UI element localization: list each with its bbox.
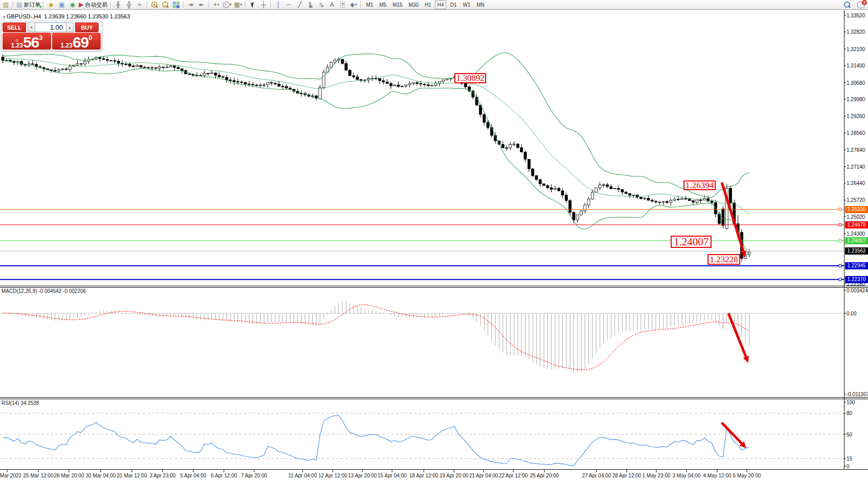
notifications-icon[interactable]: 1	[857, 2, 865, 8]
auto-scroll-icon[interactable]: ↠	[186, 1, 196, 9]
top-toolbar: ▨▤+新订单◆▣◉▶自动交易╫╬≈+-↠↞+▾▾▦▾┼│─╱∥E≡FAT◈▾M1…	[0, 0, 868, 10]
toolbar-separator	[110, 1, 111, 8]
timeframe-H1[interactable]: H1	[422, 1, 434, 9]
vertical-line-icon[interactable]: │	[273, 1, 284, 9]
volume-increment-button[interactable]: ▲	[66, 22, 74, 32]
market-watch-icon[interactable]: ◆	[45, 1, 56, 9]
templates-button[interactable]: ▦▾	[233, 1, 243, 9]
line-chart-icon[interactable]: ≈	[134, 1, 145, 9]
toolbar-separator	[270, 1, 271, 8]
price-chart-canvas[interactable]	[0, 0, 868, 481]
fibonacci-icon[interactable]: ≡F	[316, 1, 327, 9]
signals-icon[interactable]: ◉	[67, 1, 78, 9]
chart-shift-icon[interactable]: ↞	[196, 1, 207, 9]
indicators-button[interactable]: +▾	[211, 1, 222, 9]
toolbar-separator	[183, 1, 184, 8]
volume-decrement-button[interactable]: ▼	[28, 22, 35, 32]
trendline-icon[interactable]: ╱	[294, 1, 305, 9]
zoom-out-icon[interactable]: -	[160, 1, 171, 9]
toolbar-separator	[147, 1, 148, 8]
toolbar-separator	[43, 1, 44, 8]
sell-button[interactable]: SELL	[3, 22, 26, 32]
bar-chart-icon[interactable]: ╫	[113, 1, 124, 9]
equidistant-channel-icon[interactable]: ∥E	[305, 1, 316, 9]
toolbar-separator	[360, 1, 361, 8]
horizontal-line-icon[interactable]: ─	[284, 1, 294, 9]
arrows-shapes-button[interactable]: ◈▾	[348, 1, 359, 9]
timeframe-H4[interactable]: H4	[435, 1, 447, 9]
one-click-trading-panel: SELL ▼ ▲ BUY ◇1.23 56 3 1.23 69 0	[1, 21, 102, 51]
timeframe-D1[interactable]: D1	[447, 1, 459, 9]
toolbar-separator	[209, 1, 210, 8]
autotrading-button[interactable]: ▶自动交易	[78, 1, 108, 9]
text-icon[interactable]: A	[327, 1, 337, 9]
chart-title: GBPUSD-,H4 1.23639 1.23660 1.23530 1.235…	[7, 13, 130, 19]
tile-windows-icon[interactable]	[171, 1, 181, 9]
chart-title-row: ▾GBPUSD-,H4 1.23639 1.23660 1.23530 1.23…	[3, 13, 130, 19]
timeframe-M15[interactable]: M15	[390, 1, 405, 9]
volume-input[interactable]	[35, 22, 66, 32]
buy-price-display[interactable]: 1.23 69 0	[52, 33, 101, 50]
toolbar-separator	[13, 1, 14, 8]
new-order-button[interactable]: ▤+新订单	[15, 1, 41, 9]
terminal-window-icon[interactable]: ▣	[56, 1, 67, 9]
toolbar-separator	[245, 1, 246, 8]
periods-button[interactable]: ▾	[222, 1, 233, 9]
timeframe-MN[interactable]: MN	[474, 1, 487, 9]
timeframe-M30[interactable]: M30	[406, 1, 421, 9]
clipped-chart-icon[interactable]: ▨	[1, 1, 11, 9]
buy-button[interactable]: BUY	[75, 22, 99, 32]
zoom-in-icon[interactable]: +	[149, 1, 160, 9]
timeframe-M5[interactable]: M5	[377, 1, 389, 9]
sell-price-display[interactable]: ◇1.23 56 3	[3, 33, 51, 50]
search-icon[interactable]	[841, 1, 852, 9]
price-direction-icon: ◇	[11, 39, 23, 42]
text-label-icon[interactable]: T	[337, 1, 348, 9]
crosshair-icon[interactable]: ┼	[258, 1, 269, 9]
candlestick-chart-icon[interactable]: ╬	[124, 1, 134, 9]
notification-badge: 1	[862, 0, 867, 5]
chevron-down-icon[interactable]: ▾	[3, 15, 5, 19]
timeframe-W1[interactable]: W1	[460, 1, 473, 9]
cursor-icon[interactable]	[247, 1, 258, 9]
timeframe-M1[interactable]: M1	[363, 1, 376, 9]
mt4-window: ▨▤+新订单◆▣◉▶自动交易╫╬≈+-↠↞+▾▾▦▾┼│─╱∥E≡FAT◈▾M1…	[0, 0, 868, 481]
